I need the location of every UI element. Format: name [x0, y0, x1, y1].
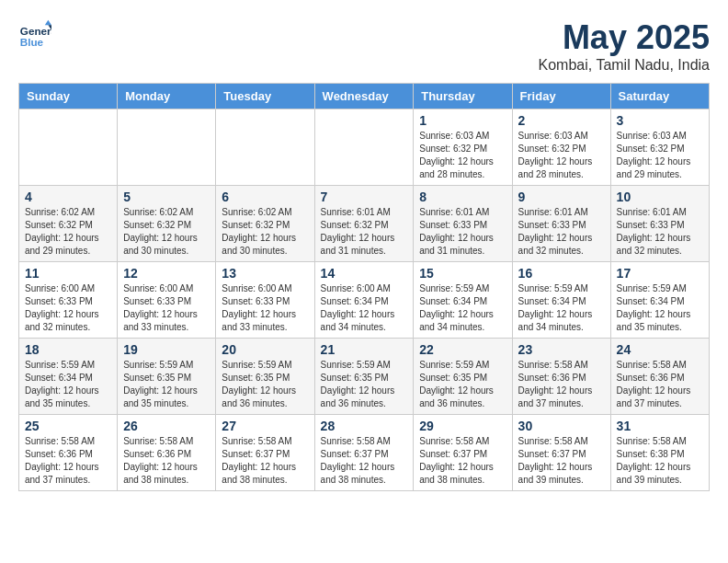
day-number: 10 [617, 190, 703, 204]
calendar-day-cell: 1Sunrise: 6:03 AM Sunset: 6:32 PM Daylig… [414, 109, 512, 186]
day-info: Sunrise: 6:03 AM Sunset: 6:32 PM Dayligh… [518, 130, 605, 181]
day-info: Sunrise: 6:00 AM Sunset: 6:33 PM Dayligh… [222, 282, 308, 334]
calendar-day-cell: 30Sunrise: 5:58 AM Sunset: 6:37 PM Dayli… [512, 415, 610, 491]
calendar-day-cell [19, 109, 118, 186]
day-number: 3 [617, 113, 703, 128]
location-title: Kombai, Tamil Nadu, India [539, 57, 710, 74]
svg-text:Blue: Blue [20, 36, 44, 48]
day-info: Sunrise: 5:58 AM Sunset: 6:37 PM Dayligh… [419, 435, 506, 487]
day-number: 5 [123, 190, 210, 204]
calendar-day-cell: 16Sunrise: 5:59 AM Sunset: 6:34 PM Dayli… [512, 262, 610, 339]
day-number: 7 [321, 190, 408, 204]
calendar-week-row: 4Sunrise: 6:02 AM Sunset: 6:32 PM Daylig… [19, 186, 710, 262]
day-info: Sunrise: 6:01 AM Sunset: 6:33 PM Dayligh… [419, 206, 506, 258]
calendar-body: 1Sunrise: 6:03 AM Sunset: 6:32 PM Daylig… [19, 109, 710, 491]
month-title: May 2025 [539, 18, 710, 57]
day-info: Sunrise: 5:59 AM Sunset: 6:35 PM Dayligh… [419, 359, 506, 410]
day-info: Sunrise: 6:01 AM Sunset: 6:32 PM Dayligh… [321, 206, 408, 258]
day-info: Sunrise: 6:02 AM Sunset: 6:32 PM Dayligh… [123, 206, 210, 258]
day-info: Sunrise: 6:01 AM Sunset: 6:33 PM Dayligh… [518, 206, 605, 258]
calendar-day-cell: 23Sunrise: 5:58 AM Sunset: 6:36 PM Dayli… [512, 339, 610, 415]
calendar-day-cell: 19Sunrise: 5:59 AM Sunset: 6:35 PM Dayli… [118, 339, 216, 415]
calendar-table: SundayMondayTuesdayWednesdayThursdayFrid… [18, 83, 710, 491]
day-info: Sunrise: 6:00 AM Sunset: 6:34 PM Dayligh… [321, 282, 408, 334]
day-of-week-header: Saturday [610, 84, 709, 109]
day-of-week-header: Monday [118, 84, 216, 109]
day-number: 28 [321, 419, 408, 433]
day-info: Sunrise: 6:03 AM Sunset: 6:32 PM Dayligh… [419, 130, 506, 181]
day-number: 12 [123, 266, 210, 281]
calendar-day-cell: 11Sunrise: 6:00 AM Sunset: 6:33 PM Dayli… [19, 262, 118, 339]
day-number: 31 [617, 419, 703, 433]
day-info: Sunrise: 5:59 AM Sunset: 6:34 PM Dayligh… [25, 359, 111, 410]
calendar-day-cell: 31Sunrise: 5:58 AM Sunset: 6:38 PM Dayli… [610, 415, 709, 491]
day-number: 9 [518, 190, 605, 204]
day-info: Sunrise: 5:59 AM Sunset: 6:34 PM Dayligh… [518, 282, 605, 334]
calendar-day-cell: 29Sunrise: 5:58 AM Sunset: 6:37 PM Dayli… [414, 415, 512, 491]
calendar-day-cell: 28Sunrise: 5:58 AM Sunset: 6:37 PM Dayli… [314, 415, 414, 491]
day-of-week-header: Tuesday [216, 84, 314, 109]
day-number: 16 [518, 266, 605, 281]
calendar-day-cell [216, 109, 314, 186]
calendar-week-row: 1Sunrise: 6:03 AM Sunset: 6:32 PM Daylig… [19, 109, 710, 186]
day-number: 2 [518, 113, 605, 128]
day-number: 25 [25, 419, 111, 433]
day-info: Sunrise: 5:59 AM Sunset: 6:34 PM Dayligh… [419, 282, 506, 334]
calendar-day-cell: 5Sunrise: 6:02 AM Sunset: 6:32 PM Daylig… [118, 186, 216, 262]
day-number: 13 [222, 266, 308, 281]
day-number: 6 [222, 190, 308, 204]
calendar-week-row: 11Sunrise: 6:00 AM Sunset: 6:33 PM Dayli… [19, 262, 710, 339]
day-of-week-header: Wednesday [314, 84, 414, 109]
calendar-day-cell: 17Sunrise: 5:59 AM Sunset: 6:34 PM Dayli… [610, 262, 709, 339]
calendar-day-cell: 13Sunrise: 6:00 AM Sunset: 6:33 PM Dayli… [216, 262, 314, 339]
calendar-day-cell: 22Sunrise: 5:59 AM Sunset: 6:35 PM Dayli… [414, 339, 512, 415]
day-number: 30 [518, 419, 605, 433]
day-number: 20 [222, 342, 308, 357]
calendar-day-cell [314, 109, 414, 186]
day-number: 24 [617, 342, 703, 357]
day-info: Sunrise: 5:58 AM Sunset: 6:36 PM Dayligh… [617, 359, 703, 410]
calendar-day-cell: 6Sunrise: 6:02 AM Sunset: 6:32 PM Daylig… [216, 186, 314, 262]
day-info: Sunrise: 5:59 AM Sunset: 6:34 PM Dayligh… [617, 282, 703, 334]
day-info: Sunrise: 6:00 AM Sunset: 6:33 PM Dayligh… [25, 282, 111, 334]
calendar-day-cell: 21Sunrise: 5:59 AM Sunset: 6:35 PM Dayli… [314, 339, 414, 415]
calendar-day-cell: 9Sunrise: 6:01 AM Sunset: 6:33 PM Daylig… [512, 186, 610, 262]
svg-marker-2 [45, 20, 51, 25]
calendar-day-cell: 20Sunrise: 5:59 AM Sunset: 6:35 PM Dayli… [216, 339, 314, 415]
day-info: Sunrise: 5:58 AM Sunset: 6:38 PM Dayligh… [617, 435, 703, 487]
day-number: 1 [419, 113, 506, 128]
day-number: 17 [617, 266, 703, 281]
calendar-week-row: 18Sunrise: 5:59 AM Sunset: 6:34 PM Dayli… [19, 339, 710, 415]
day-number: 4 [25, 190, 111, 204]
day-number: 26 [123, 419, 210, 433]
calendar-day-cell: 24Sunrise: 5:58 AM Sunset: 6:36 PM Dayli… [610, 339, 709, 415]
calendar-day-cell: 18Sunrise: 5:59 AM Sunset: 6:34 PM Dayli… [19, 339, 118, 415]
day-info: Sunrise: 5:59 AM Sunset: 6:35 PM Dayligh… [123, 359, 210, 410]
day-number: 15 [419, 266, 506, 281]
day-info: Sunrise: 5:58 AM Sunset: 6:37 PM Dayligh… [518, 435, 605, 487]
calendar-day-cell: 3Sunrise: 6:03 AM Sunset: 6:32 PM Daylig… [610, 109, 709, 186]
day-info: Sunrise: 6:01 AM Sunset: 6:33 PM Dayligh… [617, 206, 703, 258]
day-number: 19 [123, 342, 210, 357]
logo-icon: General Blue [18, 18, 51, 52]
day-info: Sunrise: 6:00 AM Sunset: 6:33 PM Dayligh… [123, 282, 210, 334]
calendar-header: SundayMondayTuesdayWednesdayThursdayFrid… [19, 84, 710, 109]
day-number: 29 [419, 419, 506, 433]
page-header: General Blue May 2025 Kombai, Tamil Nadu… [18, 18, 710, 74]
calendar-day-cell: 8Sunrise: 6:01 AM Sunset: 6:33 PM Daylig… [414, 186, 512, 262]
title-block: May 2025 Kombai, Tamil Nadu, India [539, 18, 710, 74]
day-number: 23 [518, 342, 605, 357]
day-info: Sunrise: 6:03 AM Sunset: 6:32 PM Dayligh… [617, 130, 703, 181]
calendar-day-cell: 12Sunrise: 6:00 AM Sunset: 6:33 PM Dayli… [118, 262, 216, 339]
day-number: 11 [25, 266, 111, 281]
day-info: Sunrise: 5:59 AM Sunset: 6:35 PM Dayligh… [321, 359, 408, 410]
day-info: Sunrise: 5:58 AM Sunset: 6:36 PM Dayligh… [123, 435, 210, 487]
calendar-day-cell [118, 109, 216, 186]
day-number: 21 [321, 342, 408, 357]
day-info: Sunrise: 5:59 AM Sunset: 6:35 PM Dayligh… [222, 359, 308, 410]
calendar-day-cell: 25Sunrise: 5:58 AM Sunset: 6:36 PM Dayli… [19, 415, 118, 491]
day-number: 8 [419, 190, 506, 204]
calendar-day-cell: 14Sunrise: 6:00 AM Sunset: 6:34 PM Dayli… [314, 262, 414, 339]
calendar-day-cell: 15Sunrise: 5:59 AM Sunset: 6:34 PM Dayli… [414, 262, 512, 339]
calendar-day-cell: 27Sunrise: 5:58 AM Sunset: 6:37 PM Dayli… [216, 415, 314, 491]
